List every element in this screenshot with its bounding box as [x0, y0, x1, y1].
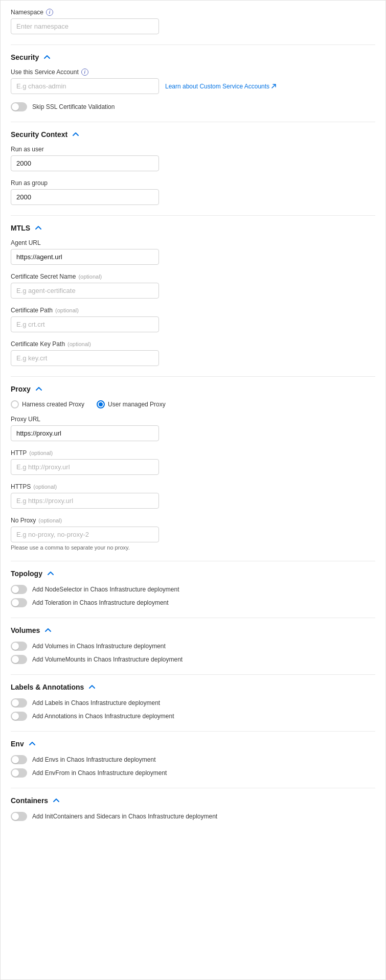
- add-envs-label: Add Envs in Chaos Infrastructure deploym…: [32, 756, 155, 763]
- mtls-section: MTLS Agent URL Certificate Secret Name (…: [11, 224, 375, 366]
- user-managed-radio-circle: [97, 400, 105, 408]
- add-init-containers-toggle[interactable]: [11, 812, 27, 821]
- volumes-collapse-icon[interactable]: [44, 626, 52, 634]
- service-account-input[interactable]: [11, 78, 159, 94]
- add-labels-label: Add Labels in Chaos Infrastructure deplo…: [32, 699, 160, 706]
- divider-security-context: [11, 122, 375, 122]
- labels-annotations-collapse-icon[interactable]: [88, 683, 96, 691]
- run-as-user-field: Run as user: [11, 146, 375, 171]
- add-envs-toggle[interactable]: [11, 755, 27, 764]
- env-section: Env Add Envs in Chaos Infrastructure dep…: [11, 740, 375, 778]
- ssl-toggle[interactable]: [11, 102, 27, 111]
- service-account-info-icon[interactable]: i: [81, 69, 88, 76]
- learn-custom-service-accounts-link[interactable]: Learn about Custom Service Accounts: [165, 83, 277, 90]
- agent-url-input[interactable]: [11, 249, 159, 265]
- labels-annotations-section: Labels & Annotations Add Labels in Chaos…: [11, 683, 375, 721]
- service-account-row: Learn about Custom Service Accounts: [11, 78, 375, 94]
- env-title: Env: [11, 740, 24, 748]
- security-context-title: Security Context: [11, 130, 67, 139]
- divider-proxy: [11, 376, 375, 377]
- node-selector-toggle[interactable]: [11, 585, 27, 594]
- add-init-containers-toggle-row: Add InitContainers and Sidecars in Chaos…: [11, 812, 375, 821]
- run-as-group-field: Run as group: [11, 179, 375, 205]
- topology-section-header: Topology: [11, 569, 375, 578]
- namespace-label-text: Namespace: [11, 9, 43, 16]
- toleration-toggle[interactable]: [11, 598, 27, 607]
- env-collapse-icon[interactable]: [28, 740, 36, 748]
- namespace-info-icon[interactable]: i: [46, 9, 53, 16]
- divider-security-top: [11, 44, 375, 45]
- containers-collapse-icon[interactable]: [52, 796, 60, 805]
- security-context-section-header: Security Context: [11, 130, 375, 139]
- labels-annotations-title: Labels & Annotations: [11, 683, 84, 691]
- harness-proxy-radio-label: Harness created Proxy: [22, 401, 84, 408]
- cert-key-path-field: Certificate Key Path (optional): [11, 340, 375, 366]
- node-selector-toggle-row: Add NodeSelector in Chaos Infrastructure…: [11, 585, 375, 594]
- namespace-section: Namespace i: [11, 9, 375, 34]
- service-account-field-group: Use this Service Account i Learn about C…: [11, 69, 375, 94]
- containers-title: Containers: [11, 796, 48, 805]
- agent-url-field: Agent URL: [11, 239, 375, 265]
- add-labels-toggle[interactable]: [11, 698, 27, 708]
- divider-env: [11, 731, 375, 732]
- cert-key-path-input[interactable]: [11, 350, 159, 366]
- security-context-section: Security Context Run as user Run as grou…: [11, 130, 375, 205]
- mtls-title: MTLS: [11, 224, 30, 232]
- run-as-user-label: Run as user: [11, 146, 375, 153]
- security-collapse-icon[interactable]: [43, 53, 51, 61]
- toleration-label: Add Toleration in Chaos Infrastructure d…: [32, 599, 169, 606]
- divider-labels-annotations: [11, 674, 375, 675]
- containers-section-header: Containers: [11, 796, 375, 805]
- run-as-user-input[interactable]: [11, 155, 159, 171]
- namespace-input[interactable]: [11, 18, 159, 34]
- cert-path-input[interactable]: [11, 316, 159, 332]
- add-volume-mounts-toggle[interactable]: [11, 655, 27, 664]
- harness-created-proxy-radio[interactable]: Harness created Proxy: [11, 400, 84, 408]
- service-account-label: Use this Service Account i: [11, 69, 375, 76]
- http-proxy-field: HTTP (optional): [11, 449, 375, 475]
- add-labels-toggle-row: Add Labels in Chaos Infrastructure deplo…: [11, 698, 375, 708]
- security-context-collapse-icon[interactable]: [72, 130, 80, 139]
- proxy-collapse-icon[interactable]: [35, 385, 43, 393]
- mtls-collapse-icon[interactable]: [34, 224, 42, 232]
- proxy-url-input[interactable]: [11, 425, 159, 441]
- no-proxy-hint: Please use a comma to separate your no p…: [11, 544, 375, 551]
- add-env-from-label: Add EnvFrom in Chaos Infrastructure depl…: [32, 769, 167, 777]
- http-proxy-input[interactable]: [11, 459, 159, 475]
- no-proxy-label: No Proxy (optional): [11, 517, 375, 524]
- node-selector-label: Add NodeSelector in Chaos Infrastructure…: [32, 586, 179, 593]
- run-as-group-input[interactable]: [11, 189, 159, 205]
- proxy-section: Proxy Harness created Proxy User managed…: [11, 385, 375, 551]
- no-proxy-input[interactable]: [11, 527, 159, 542]
- volumes-title: Volumes: [11, 626, 40, 634]
- topology-collapse-icon[interactable]: [47, 569, 55, 578]
- containers-section: Containers Add InitContainers and Sideca…: [11, 796, 375, 821]
- add-init-containers-label: Add InitContainers and Sidecars in Chaos…: [32, 813, 217, 820]
- mtls-section-header: MTLS: [11, 224, 375, 232]
- namespace-label: Namespace i: [11, 9, 375, 16]
- add-annotations-toggle[interactable]: [11, 712, 27, 721]
- divider-topology: [11, 561, 375, 561]
- divider-volumes: [11, 618, 375, 618]
- ssl-toggle-label: Skip SSL Certificate Validation: [32, 103, 115, 110]
- agent-url-label: Agent URL: [11, 239, 375, 246]
- external-link-icon: [271, 83, 277, 89]
- http-proxy-label: HTTP (optional): [11, 449, 375, 457]
- add-env-from-toggle[interactable]: [11, 768, 27, 778]
- add-env-from-toggle-row: Add EnvFrom in Chaos Infrastructure depl…: [11, 768, 375, 778]
- security-section: Security Use this Service Account i Lear…: [11, 53, 375, 111]
- proxy-title: Proxy: [11, 385, 31, 393]
- add-volumes-toggle[interactable]: [11, 642, 27, 651]
- user-managed-proxy-radio[interactable]: User managed Proxy: [97, 400, 166, 408]
- add-volumes-toggle-row: Add Volumes in Chaos Infrastructure depl…: [11, 642, 375, 651]
- divider-containers: [11, 788, 375, 788]
- ssl-toggle-row: Skip SSL Certificate Validation: [11, 102, 375, 111]
- https-proxy-input[interactable]: [11, 493, 159, 509]
- env-section-header: Env: [11, 740, 375, 748]
- cert-secret-name-input[interactable]: [11, 283, 159, 299]
- add-volume-mounts-toggle-row: Add VolumeMounts in Chaos Infrastructure…: [11, 655, 375, 664]
- cert-key-path-label: Certificate Key Path (optional): [11, 340, 375, 348]
- service-account-label-text: Use this Service Account: [11, 69, 79, 76]
- proxy-url-label: Proxy URL: [11, 416, 375, 423]
- toleration-toggle-row: Add Toleration in Chaos Infrastructure d…: [11, 598, 375, 607]
